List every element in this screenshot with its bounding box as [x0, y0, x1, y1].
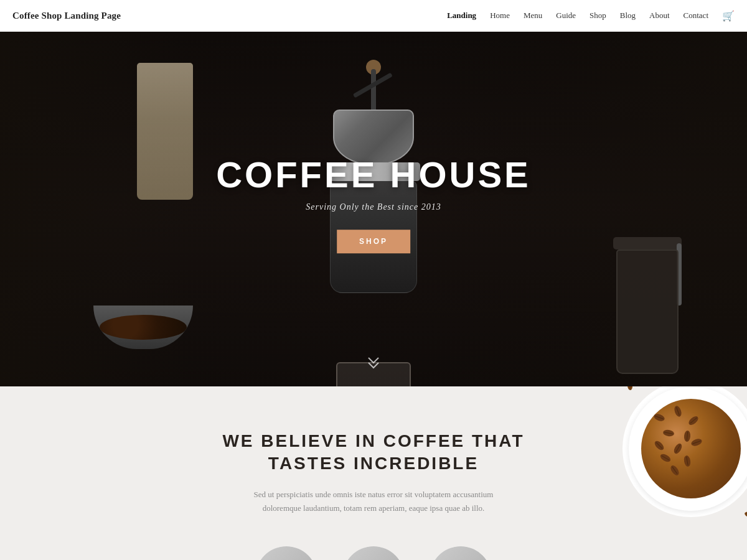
press-lid	[613, 237, 682, 250]
nav-guide[interactable]: Guide	[556, 11, 576, 21]
beans-fill	[641, 399, 741, 498]
circle-item-2	[342, 546, 405, 560]
about-body: Sed ut perspiciatis unde omnis iste natu…	[249, 488, 498, 515]
coffee-bean	[662, 429, 674, 437]
circle-row	[255, 546, 492, 560]
press-body	[616, 250, 679, 374]
coffee-bean	[684, 455, 692, 467]
site-logo: Coffee Shop Landing Page	[12, 11, 121, 21]
nav-contact[interactable]: Contact	[684, 11, 708, 21]
french-press-decoration	[610, 200, 685, 374]
hero-content: COFFEE HOUSE Serving Only the Best since…	[216, 155, 531, 253]
hero-title: COFFEE HOUSE	[216, 155, 531, 195]
nav-shop[interactable]: Shop	[590, 11, 606, 21]
nav-landing[interactable]: Landing	[447, 11, 476, 21]
about-section: WE BELIEVE IN COFFEE THAT TASTES INCREDI…	[0, 386, 747, 560]
hero-section: COFFEE HOUSE Serving Only the Best since…	[0, 32, 747, 386]
nav-about[interactable]: About	[649, 11, 670, 21]
beans-decoration	[622, 386, 747, 517]
coffee-bean	[653, 413, 665, 422]
coffee-bean	[687, 414, 700, 426]
circle-inner-2	[342, 546, 405, 560]
loose-bean	[744, 511, 747, 518]
coffee-bean	[669, 464, 681, 477]
hero-subtitle: Serving Only the Best since 2013	[216, 202, 531, 212]
nav-home[interactable]: Home	[490, 11, 510, 21]
coffee-bean	[672, 442, 684, 455]
nav-menu[interactable]: Menu	[524, 11, 542, 21]
about-title: WE BELIEVE IN COFFEE THAT TASTES INCREDI…	[202, 430, 545, 475]
coffee-bean	[690, 437, 703, 447]
header: Coffee Shop Landing Page Landing Home Me…	[0, 0, 747, 32]
coffee-bag-decoration	[137, 63, 193, 200]
circle-inner-1	[255, 546, 317, 560]
cart-icon[interactable]: 🛒	[722, 10, 735, 22]
main-nav: Landing Home Menu Guide Shop Blog About …	[447, 10, 735, 22]
circle-item-3	[430, 546, 492, 560]
scroll-down-icon	[366, 355, 381, 373]
beans-bowl	[629, 386, 747, 511]
hero-cta-button[interactable]: SHOP	[337, 230, 410, 253]
coffee-bean	[673, 405, 683, 418]
loose-bean	[627, 386, 632, 390]
coffee-bean	[659, 452, 672, 464]
circle-inner-3	[430, 546, 492, 560]
circle-item-1	[255, 546, 317, 560]
nav-blog[interactable]: Blog	[620, 11, 636, 21]
bowl-shape	[93, 306, 193, 349]
coffee-bowl-decoration	[93, 306, 193, 355]
bowl-beans	[100, 315, 187, 340]
coffee-bean	[653, 439, 665, 452]
coffee-bean	[684, 431, 691, 442]
scroll-indicator[interactable]	[366, 355, 381, 373]
